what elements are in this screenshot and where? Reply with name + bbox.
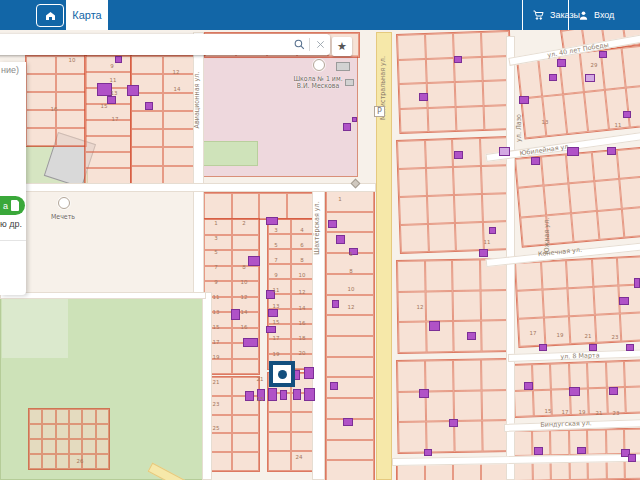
parcel[interactable]	[268, 234, 291, 249]
parcel[interactable]	[232, 433, 260, 452]
favorites-button[interactable]: ★	[332, 37, 352, 56]
building[interactable]	[609, 387, 618, 395]
parcel[interactable]	[29, 439, 42, 454]
parcel[interactable]	[592, 258, 619, 287]
parcel[interactable]	[268, 451, 291, 471]
parcel[interactable]	[532, 364, 551, 391]
parcel[interactable]	[455, 222, 483, 251]
parcel[interactable]	[82, 409, 95, 424]
parcel[interactable]	[427, 223, 455, 252]
building[interactable]	[343, 123, 351, 131]
parcel[interactable]	[398, 322, 426, 353]
building[interactable]	[419, 389, 429, 398]
building[interactable]	[467, 332, 476, 340]
parcel[interactable]	[96, 424, 109, 439]
parcel[interactable]	[163, 166, 195, 184]
parcel[interactable]	[326, 398, 374, 419]
building[interactable]	[585, 74, 595, 82]
parcel[interactable]	[427, 82, 456, 107]
building-gray[interactable]	[345, 79, 354, 86]
parcel[interactable]	[587, 362, 606, 389]
parcel[interactable]	[42, 439, 55, 454]
parcel[interactable]	[326, 191, 374, 212]
parcel[interactable]	[56, 409, 69, 424]
parcel[interactable]	[42, 454, 55, 469]
tab-map[interactable]: Карта	[66, 0, 108, 30]
building[interactable]	[623, 111, 631, 118]
parcel[interactable]	[326, 460, 374, 480]
parcel[interactable]	[397, 140, 425, 169]
parcel[interactable]	[131, 166, 163, 184]
building[interactable]	[607, 147, 616, 155]
parcel[interactable]	[397, 360, 426, 391]
parcel[interactable]	[397, 261, 425, 292]
parcel[interactable]	[42, 424, 55, 439]
parcel[interactable]	[452, 260, 480, 291]
parcel[interactable]	[514, 390, 533, 417]
parcel[interactable]	[620, 177, 640, 208]
parcel[interactable]	[26, 110, 56, 128]
building[interactable]	[330, 382, 338, 390]
selected-object-marker[interactable]	[269, 361, 295, 387]
parcel[interactable]	[232, 235, 260, 251]
parcel[interactable]	[425, 139, 453, 168]
parcel[interactable]	[453, 290, 481, 321]
parcel[interactable]	[56, 74, 86, 92]
parcel[interactable]	[455, 81, 484, 106]
building[interactable]	[304, 388, 315, 401]
parcel[interactable]	[42, 409, 55, 424]
parcel[interactable]	[326, 315, 374, 336]
building[interactable]	[145, 102, 153, 110]
parcel[interactable]	[232, 359, 260, 375]
building[interactable]	[266, 326, 276, 333]
building[interactable]	[569, 387, 580, 396]
parcel[interactable]	[454, 421, 483, 452]
building[interactable]	[245, 391, 254, 401]
parcel[interactable]	[398, 422, 427, 453]
parcel[interactable]	[456, 105, 485, 130]
parcel[interactable]	[454, 390, 483, 421]
parcel[interactable]	[131, 129, 163, 147]
parcel[interactable]	[163, 93, 195, 111]
building[interactable]	[628, 454, 636, 462]
building[interactable]	[524, 382, 533, 390]
parcel[interactable]	[587, 429, 606, 454]
parcel[interactable]	[163, 129, 195, 147]
building[interactable]	[127, 85, 139, 96]
poi-icon[interactable]	[313, 59, 325, 71]
parcel[interactable]	[622, 206, 640, 237]
parcel[interactable]	[569, 315, 596, 344]
login-button[interactable]: Вход	[570, 0, 622, 30]
parcel[interactable]	[56, 454, 69, 469]
building[interactable]	[449, 419, 458, 427]
parcel[interactable]	[550, 363, 569, 390]
parcel[interactable]	[594, 179, 622, 210]
parcel[interactable]	[400, 224, 428, 253]
building[interactable]	[599, 51, 607, 58]
parcel[interactable]	[291, 412, 314, 432]
building[interactable]	[280, 390, 287, 400]
building[interactable]	[332, 300, 339, 308]
building[interactable]	[534, 447, 543, 455]
building[interactable]	[231, 309, 240, 320]
parcel[interactable]	[85, 104, 131, 120]
parcel[interactable]	[426, 195, 454, 224]
parcel[interactable]	[541, 154, 569, 185]
parcel[interactable]	[82, 454, 95, 469]
panel-action-button[interactable]: а	[0, 196, 25, 215]
building[interactable]	[352, 117, 357, 122]
parcel[interactable]	[259, 193, 287, 219]
parcel[interactable]	[426, 57, 455, 82]
parcel[interactable]	[131, 111, 163, 129]
parcel[interactable]	[163, 111, 195, 129]
parcel[interactable]	[480, 290, 508, 321]
parcel[interactable]	[56, 439, 69, 454]
parcel[interactable]	[268, 249, 291, 264]
building[interactable]	[479, 249, 488, 257]
building[interactable]	[304, 367, 314, 379]
parcel[interactable]	[96, 409, 109, 424]
building[interactable]	[336, 235, 345, 244]
parcel[interactable]	[454, 194, 482, 223]
building[interactable]	[248, 256, 260, 266]
parcel[interactable]	[26, 56, 56, 74]
